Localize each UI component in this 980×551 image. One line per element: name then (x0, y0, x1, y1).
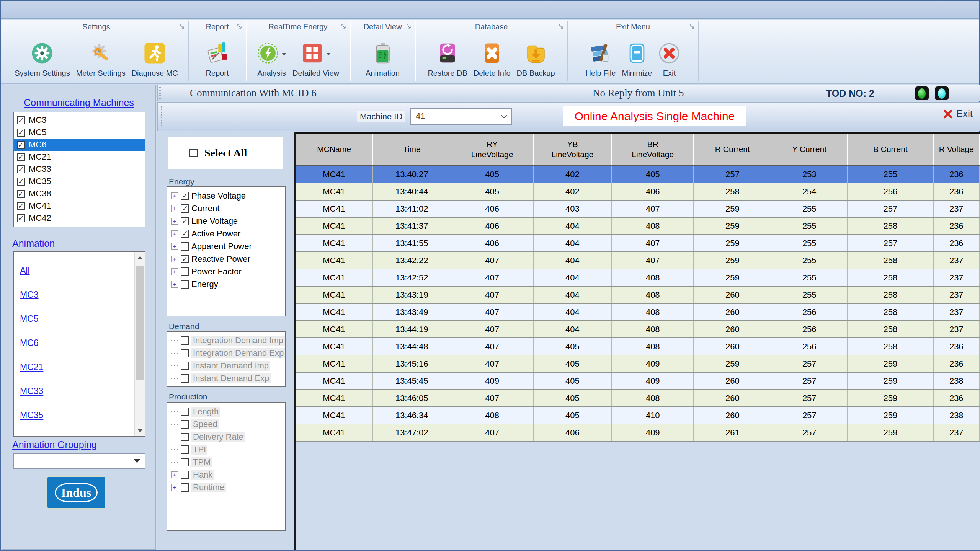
machine-list-item[interactable]: ✓ MC21 (14, 151, 145, 163)
expand-plus-icon[interactable]: + (171, 243, 178, 250)
column-header-y-current[interactable]: Y Current (771, 133, 848, 166)
table-row[interactable]: MC4113:45:16407405409259257259236 (296, 355, 980, 372)
dropdown-arrow-icon[interactable] (282, 53, 286, 55)
tree-item-apparent-power[interactable]: + Apparent Power (171, 240, 285, 253)
machine-list-item[interactable]: ✓ MC42 (14, 212, 145, 224)
animation-header[interactable]: Animation (12, 238, 55, 249)
machine-list-item[interactable]: ✓ MC35 (14, 175, 145, 187)
animation-link-mc35[interactable]: MC35 (20, 410, 43, 421)
animation-link-mc21[interactable]: MC21 (20, 362, 43, 372)
machine-id-select[interactable]: 41 (410, 108, 512, 125)
dropdown-arrow-icon[interactable] (326, 53, 331, 55)
machine-checkbox[interactable]: ✓ (17, 190, 25, 198)
machine-checkbox[interactable]: ✓ (17, 214, 25, 222)
tree-item-power-factor[interactable]: + Power Factor (171, 265, 285, 278)
ribbon-button-animation[interactable]: Animation (363, 33, 403, 78)
scroll-down-icon[interactable] (135, 425, 145, 436)
table-row[interactable]: MC4113:43:49407404408260256258237 (296, 303, 980, 321)
column-header-b-current[interactable]: B Current (848, 133, 933, 166)
column-header-time[interactable]: Time (372, 133, 451, 166)
animation-link-mc5[interactable]: MC5 (20, 314, 43, 324)
table-row[interactable]: MC4113:42:52407404408259255258237 (296, 269, 980, 286)
table-row[interactable]: MC4113:42:22407404407259255258237 (296, 252, 980, 269)
dialog-launcher-icon[interactable] (341, 24, 347, 30)
table-row[interactable]: MC4113:40:27405402405257253255236 (296, 166, 980, 183)
expand-plus-icon[interactable]: + (171, 484, 178, 491)
machine-list-item[interactable]: ✓ MC38 (14, 187, 145, 200)
scroll-up-icon[interactable] (135, 252, 145, 263)
machine-checkbox[interactable]: ✓ (17, 141, 25, 149)
ribbon-button-analysis[interactable]: Analysis (254, 33, 289, 78)
animation-scrollbar[interactable] (134, 252, 145, 436)
table-row[interactable]: MC4113:40:44405402406258254256236 (296, 183, 980, 200)
animation-link-mc33[interactable]: MC33 (20, 386, 43, 396)
machine-list-item[interactable]: ✓ MC3 (14, 114, 145, 126)
column-header-br-linevoltage[interactable]: BR LineVoltage (612, 133, 694, 166)
expand-plus-icon[interactable]: + (171, 205, 178, 212)
column-header-yb-linevoltage[interactable]: YB LineVoltage (533, 133, 612, 166)
machine-checkbox[interactable]: ✓ (17, 178, 25, 186)
select-all-row[interactable]: Select All (168, 137, 283, 169)
ribbon-button-detailed-view[interactable]: Detailed View (289, 33, 342, 78)
table-row[interactable]: MC4113:41:37406404408259255258236 (296, 217, 980, 235)
machine-list-item[interactable]: ✓ MC33 (14, 163, 145, 175)
table-row[interactable]: MC4113:43:19407404408260255258237 (296, 286, 980, 303)
ribbon-button-minimize[interactable]: Minimize (619, 33, 655, 78)
table-row[interactable]: MC4113:41:02406403407259255257237 (296, 200, 980, 217)
animation-link-mc6[interactable]: MC6 (20, 338, 43, 348)
table-row[interactable]: MC4113:44:19407404408260256258237 (296, 321, 980, 338)
column-header-mcname[interactable]: MCName (296, 133, 372, 166)
tree-item-current[interactable]: + ✓ Current (171, 202, 285, 215)
statusbar-grip[interactable] (159, 87, 161, 98)
tree-checkbox[interactable] (181, 242, 189, 251)
select-all-checkbox[interactable] (189, 149, 198, 157)
table-row[interactable]: MC4113:46:34408405410260257259238 (296, 407, 980, 424)
dialog-launcher-icon[interactable] (406, 24, 412, 30)
expand-plus-icon[interactable]: + (171, 230, 178, 237)
dialog-launcher-icon[interactable] (559, 24, 564, 30)
ribbon-button-report[interactable]: Report (203, 33, 232, 78)
ribbon-button-exit[interactable]: Exit (655, 33, 683, 78)
ribbon-button-help-file[interactable]: Help File (583, 33, 619, 78)
column-header-r-current[interactable]: R Current (694, 133, 771, 166)
tree-checkbox[interactable]: ✓ (181, 255, 189, 263)
expand-plus-icon[interactable]: + (171, 218, 178, 225)
machine-checkbox[interactable]: ✓ (17, 116, 25, 124)
machine-checkbox[interactable]: ✓ (17, 129, 25, 137)
expand-plus-icon[interactable]: + (171, 268, 178, 275)
expand-plus-icon[interactable]: + (171, 256, 178, 262)
tree-checkbox[interactable] (181, 267, 189, 276)
machine-list-item[interactable]: ✓ MC5 (14, 126, 145, 139)
tree-item-line-voltage[interactable]: + ✓ Line Voltage (171, 215, 285, 227)
ribbon-button-delete-info[interactable]: Delete Info (470, 33, 514, 78)
ribbon-button-diagnose-mc[interactable]: Diagnose MC (129, 33, 181, 78)
machine-checkbox[interactable]: ✓ (17, 202, 25, 210)
column-header-r-voltage[interactable]: R Voltage (933, 133, 980, 166)
tree-checkbox[interactable]: ✓ (181, 204, 189, 213)
tree-checkbox[interactable]: ✓ (181, 230, 189, 238)
machine-checkbox[interactable]: ✓ (17, 153, 25, 161)
tree-item-energy[interactable]: + Energy (171, 278, 285, 290)
dialog-launcher-icon[interactable] (180, 24, 185, 30)
tree-item-active-power[interactable]: + ✓ Active Power (171, 227, 285, 240)
communicating-machines-header[interactable]: Communicating Machines (2, 97, 155, 108)
animation-link-all[interactable]: All (20, 266, 43, 276)
scrollbar-thumb[interactable] (136, 266, 144, 380)
table-row[interactable]: MC4113:46:05407405408260257259236 (296, 390, 980, 407)
tree-item-reactive-power[interactable]: + ✓ Reactive Power (171, 253, 285, 265)
ribbon-button-meter-settings[interactable]: Meter Settings (73, 33, 129, 78)
ribbon-button-restore-db[interactable]: Restore DB (425, 33, 470, 78)
machine-checkbox[interactable]: ✓ (17, 165, 25, 173)
column-header-ry-linevoltage[interactable]: RY LineVoltage (451, 133, 533, 166)
tree-checkbox[interactable] (181, 280, 189, 289)
animation-grouping-header[interactable]: Animation Grouping (12, 439, 97, 450)
expand-plus-icon[interactable]: + (171, 471, 178, 478)
table-row[interactable]: MC4113:41:55406404407259255257236 (296, 235, 980, 252)
table-row[interactable]: MC4113:47:02407406409261257259237 (296, 424, 980, 441)
exit-analysis-button[interactable]: Exit (943, 108, 973, 120)
table-row[interactable]: MC4113:45:45409405409260257259238 (296, 372, 980, 390)
dialog-launcher-icon[interactable] (237, 24, 243, 30)
machine-list-item[interactable]: ✓ MC6 (14, 139, 145, 151)
dialog-launcher-icon[interactable] (689, 24, 695, 30)
machine-list-item[interactable]: ✓ MC41 (14, 200, 145, 212)
